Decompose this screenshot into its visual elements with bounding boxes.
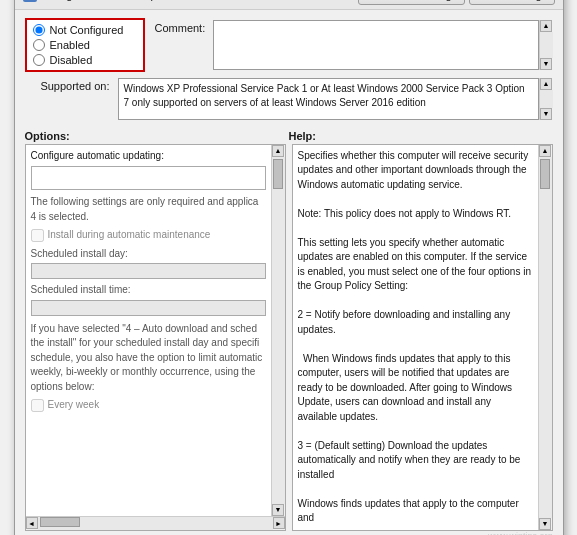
options-label: Options:: [25, 130, 70, 142]
radio-disabled-input[interactable]: [33, 54, 45, 66]
options-hscroll-left[interactable]: ◄: [26, 517, 38, 529]
toolbar-buttons: Previous Setting Next Setting: [358, 0, 554, 5]
toolbar: ⚙ Configure Automatic Updates Previous S…: [15, 0, 563, 10]
options-panel-wrapper: Configure automatic updating: The follow…: [25, 144, 286, 531]
options-panel-inner: Configure automatic updating: The follow…: [26, 145, 285, 516]
supported-box: Windows XP Professional Service Pack 1 o…: [118, 78, 539, 120]
toolbar-icon: ⚙: [23, 0, 37, 2]
supported-label: Supported on:: [25, 78, 110, 92]
comment-textarea[interactable]: [213, 20, 538, 70]
schedule-time-input[interactable]: [31, 300, 266, 316]
radio-not-configured-input[interactable]: [33, 24, 45, 36]
options-hscroll-thumb: [40, 517, 80, 527]
help-label-container: Help:: [289, 130, 553, 142]
install-label: Install during automatic maintenance: [48, 228, 211, 243]
radio-section: Not Configured Enabled Disabled: [25, 18, 145, 72]
options-panel-text: Configure automatic updating: The follow…: [26, 145, 271, 516]
every-week-checkbox[interactable]: [31, 399, 44, 412]
comment-area: ▲ ▼: [213, 20, 552, 70]
scroll-down-arrow[interactable]: ▼: [540, 58, 552, 70]
help-scrollbar: ▲ ▼: [538, 145, 552, 530]
scroll-up-arrow[interactable]: ▲: [540, 20, 552, 32]
content-area: Not Configured Enabled Disabled Comment:: [15, 10, 563, 128]
help-panel-text: Specifies whether this computer will rec…: [293, 145, 538, 530]
supported-scroll-track: [540, 90, 553, 108]
prev-setting-button[interactable]: Previous Setting: [358, 0, 464, 5]
supported-scroll-up[interactable]: ▲: [540, 78, 552, 90]
help-panel-inner: Specifies whether this computer will rec…: [293, 145, 552, 530]
help-scroll-up[interactable]: ▲: [539, 145, 551, 157]
options-hscrollbar: ◄ ►: [26, 516, 285, 530]
options-panel: Configure automatic updating: The follow…: [25, 144, 286, 531]
help-panel: Specifies whether this computer will rec…: [292, 144, 553, 531]
supported-scrollbar: ▲ ▼: [539, 78, 553, 120]
dialog: ⚙ Configure Automatic Updates ⚙ Configur…: [14, 0, 564, 535]
install-checkbox-row: Install during automatic maintenance: [31, 228, 266, 243]
radio-enabled-input[interactable]: [33, 39, 45, 51]
options-scroll-thumb: [273, 159, 283, 189]
install-checkbox[interactable]: [31, 229, 44, 242]
help-label: Help:: [289, 130, 317, 142]
options-hscroll-track: [38, 517, 273, 530]
every-week-row: Every week: [31, 398, 266, 413]
help-panel-wrapper: Specifies whether this computer will rec…: [292, 144, 553, 531]
every-week-label: Every week: [48, 398, 100, 413]
help-scroll-track: [539, 157, 552, 518]
panels-labels-row: Options: Help:: [25, 130, 553, 142]
supported-row: Supported on: Windows XP Professional Se…: [25, 78, 553, 120]
auto-download-text: If you have selected "4 – Auto download …: [31, 322, 266, 395]
radio-enabled-label: Enabled: [50, 39, 90, 51]
watermark: www.wintips.org: [15, 531, 563, 536]
configure-dropdown[interactable]: [31, 166, 266, 190]
comment-label: Comment:: [155, 20, 206, 34]
radio-not-configured-label: Not Configured: [50, 24, 124, 36]
help-scroll-thumb: [540, 159, 550, 189]
help-text: Specifies whether this computer will rec…: [298, 149, 533, 526]
comment-scrollbar: ▲ ▼: [539, 20, 553, 70]
panels-row: Configure automatic updating: The follow…: [25, 144, 553, 531]
scroll-track: [540, 32, 553, 58]
options-label-container: Options:: [25, 130, 289, 142]
comment-row: Comment: ▲ ▼: [155, 20, 553, 70]
radio-disabled[interactable]: Disabled: [33, 54, 137, 66]
next-setting-button[interactable]: Next Setting: [469, 0, 555, 5]
radio-not-configured[interactable]: Not Configured: [33, 24, 137, 36]
supported-box-wrapper: Windows XP Professional Service Pack 1 o…: [118, 78, 553, 120]
schedule-day-label: Scheduled install day:: [31, 247, 266, 262]
radio-enabled[interactable]: Enabled: [33, 39, 137, 51]
following-text: The following settings are only required…: [31, 195, 266, 224]
schedule-time-label: Scheduled install time:: [31, 283, 266, 298]
options-scroll-up[interactable]: ▲: [272, 145, 284, 157]
configure-label: Configure automatic updating:: [31, 149, 266, 164]
supported-scroll-down[interactable]: ▼: [540, 108, 552, 120]
radio-disabled-label: Disabled: [50, 54, 93, 66]
toolbar-title: Configure Automatic Updates: [41, 0, 355, 1]
options-scroll-down[interactable]: ▼: [272, 504, 284, 516]
schedule-day-input[interactable]: [31, 263, 266, 279]
top-row: Not Configured Enabled Disabled Comment:: [25, 18, 553, 72]
help-scroll-down[interactable]: ▼: [539, 518, 551, 530]
options-hscroll-right[interactable]: ►: [273, 517, 285, 529]
options-scrollbar: ▲ ▼: [271, 145, 285, 516]
options-scroll-track: [272, 157, 285, 504]
